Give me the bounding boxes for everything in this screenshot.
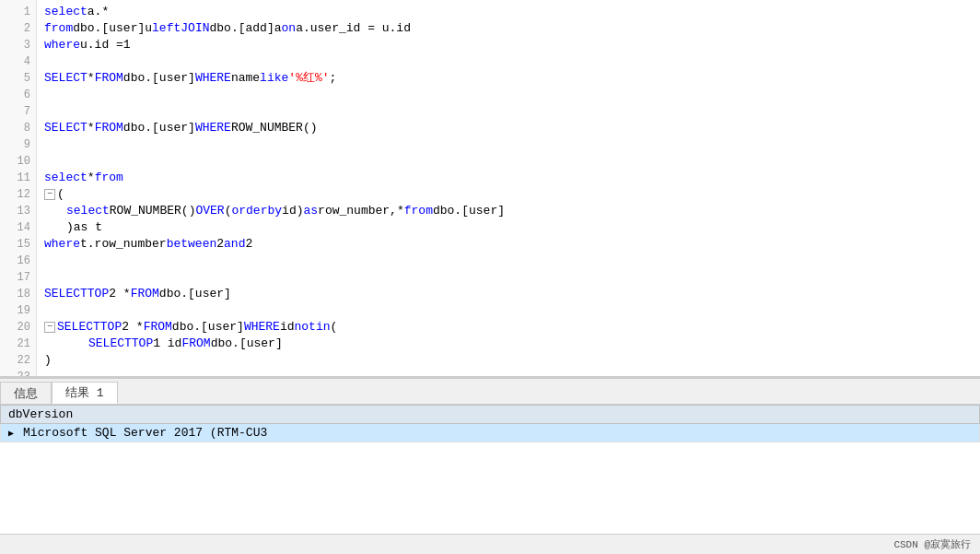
line-number: 7	[24, 103, 30, 120]
code-line	[44, 87, 980, 103]
code-token: on	[282, 20, 297, 37]
code-token: TOP	[132, 336, 153, 352]
code-token: as	[304, 203, 319, 219]
code-token: FROM	[95, 120, 123, 136]
code-token: SELECT	[44, 120, 88, 136]
code-token: FROM	[95, 70, 123, 87]
line-number: 2	[24, 20, 30, 37]
line-number: 9	[24, 136, 30, 153]
line-number: 6	[24, 87, 30, 103]
code-token: between	[167, 236, 217, 253]
code-token: dbo.	[73, 20, 101, 37]
code-content[interactable]: select a.*from dbo.[user] u left JOIN db…	[37, 0, 980, 376]
code-token: '%红%'	[288, 70, 329, 87]
code-token: TOP	[100, 319, 122, 336]
line-numbers: 1234567891011121314151617181920212223242…	[0, 0, 37, 376]
code-token: a.*	[88, 4, 109, 20]
code-token: dbo.	[210, 20, 239, 37]
code-line: select a.*	[44, 4, 980, 20]
code-token: *	[88, 170, 95, 186]
line-number: 13	[18, 203, 30, 219]
code-token: dbo.	[123, 70, 152, 87]
code-token: (	[57, 186, 64, 203]
code-token: WHERE	[244, 319, 280, 336]
code-token: dbo.	[172, 319, 201, 336]
line-number: 10	[18, 153, 30, 170]
code-token: dbo.	[433, 203, 461, 219]
code-line: where t.row_number between 2 and 2	[44, 236, 980, 253]
code-token: t.row_number	[80, 236, 167, 253]
code-token: 2	[216, 236, 224, 253]
code-token: id	[280, 319, 295, 336]
tab-info[interactable]: 信息	[0, 382, 52, 404]
code-token: not	[295, 319, 316, 336]
code-token: )	[44, 352, 52, 369]
code-token: order	[231, 203, 267, 219]
code-token: [user]	[461, 203, 505, 219]
line-number: 14	[18, 219, 30, 236]
code-token: from	[404, 203, 433, 219]
code-token: dbo.	[211, 336, 239, 352]
fold-icon[interactable]: −	[44, 189, 55, 200]
code-token: 1 id	[153, 336, 181, 352]
code-token: ROW_NUMBER()	[110, 203, 196, 219]
line-number: 11	[18, 170, 30, 186]
code-token: 1	[123, 37, 131, 53]
result-table-container[interactable]: dbVersion ▶ Microsoft SQL Server 2017 (R…	[0, 405, 980, 534]
code-token: select	[66, 203, 110, 219]
code-token: [user]	[152, 120, 195, 136]
tab-bar: 信息结果 1	[0, 379, 980, 405]
code-token: select	[44, 4, 88, 20]
code-line: select ROW_NUMBER() OVER(order by id) as…	[44, 203, 980, 219]
code-token: like	[260, 70, 288, 87]
code-token: SELECT	[88, 336, 132, 352]
line-number: 22	[18, 352, 30, 369]
code-token: row_number,*	[318, 203, 404, 219]
code-token: where	[44, 37, 80, 53]
bottom-panel: 信息结果 1 dbVersion ▶ Microsoft SQL Server …	[0, 377, 980, 534]
code-line: where u.id = 1	[44, 37, 980, 53]
code-token: FROM	[144, 319, 172, 336]
code-token: u.id =	[80, 37, 123, 53]
code-token: and	[224, 236, 245, 253]
code-token: 2 *	[122, 319, 143, 336]
table-row[interactable]: ▶ Microsoft SQL Server 2017 (RTM-CU3	[1, 424, 980, 442]
code-token: from	[44, 20, 73, 37]
line-number: 3	[24, 37, 30, 53]
code-line: from dbo.[user] u left JOIN dbo.[add] a …	[44, 20, 980, 37]
line-number: 8	[24, 120, 30, 136]
status-bar: CSDN @寂寞旅行	[0, 534, 980, 554]
code-token: )as t	[66, 219, 102, 236]
code-token: SELECT	[44, 286, 88, 302]
tab-results[interactable]: 结果 1	[52, 382, 118, 404]
code-token: where	[44, 236, 80, 253]
line-number: 15	[18, 236, 30, 253]
line-number: 5	[24, 70, 30, 87]
code-token: [user]	[188, 286, 231, 302]
line-number: 19	[18, 302, 30, 319]
fold-icon[interactable]: −	[44, 322, 55, 333]
code-token: SELECT	[44, 70, 88, 87]
code-line: −(	[44, 186, 980, 203]
code-line: select * from	[44, 170, 980, 186]
code-token: dbo.	[159, 286, 188, 302]
code-token: [add]	[239, 20, 274, 37]
code-line: SELECT TOP 1 id FROM dbo.[user]	[44, 336, 980, 352]
code-line	[44, 53, 980, 70]
code-line	[44, 302, 980, 319]
code-token: [user]	[101, 20, 145, 37]
code-line	[44, 253, 980, 269]
code-token: TOP	[88, 286, 109, 302]
code-token: left	[152, 20, 181, 37]
code-line: SELECT * FROM dbo.[user] WHERE name like…	[44, 70, 980, 87]
code-token: dbo.	[123, 120, 152, 136]
code-token: SELECT	[57, 319, 100, 336]
code-token: JOIN	[181, 20, 209, 37]
code-token: (	[225, 203, 232, 219]
line-number: 18	[18, 286, 30, 302]
code-token: in	[316, 319, 331, 336]
line-number: 16	[18, 253, 30, 269]
code-editor[interactable]: 1234567891011121314151617181920212223242…	[0, 0, 980, 377]
code-token: ROW_NUMBER()	[231, 120, 318, 136]
code-line: SELECT * FROM dbo.[user] WHERE ROW_NUMBE…	[44, 120, 980, 136]
